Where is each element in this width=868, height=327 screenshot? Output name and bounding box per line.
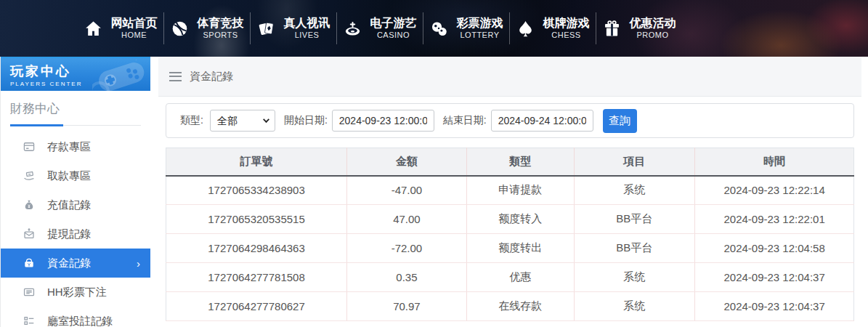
table-row: 1727065334238903-47.00申请提款系统2024-09-23 1… xyxy=(166,176,854,205)
menu-icon[interactable] xyxy=(169,72,182,81)
sidebar-item[interactable]: HH彩票下注 › xyxy=(1,278,150,307)
table-cell: 申请提款 xyxy=(466,176,574,205)
spade-icon xyxy=(516,19,535,39)
table-cell: 额度转入 xyxy=(466,205,574,234)
sidebar-title: 玩家中心 xyxy=(10,62,150,80)
content: 類型: 全部 開始日期: 結束日期: 查詢 xyxy=(158,97,861,321)
table-cell: -72.00 xyxy=(347,234,467,263)
table-row: 172706532053551547.00额度转入BB平台2024-09-23 … xyxy=(166,205,854,234)
nav-item-casino[interactable]: 电子游艺 CASINO xyxy=(336,9,423,47)
sidebar-item[interactable]: 資金記錄 › xyxy=(1,249,150,278)
table-cell: -47.00 xyxy=(347,176,467,205)
table-cell: 在线存款 xyxy=(466,292,574,321)
type-label: 類型: xyxy=(180,114,203,127)
table-cell: 系统 xyxy=(574,263,695,292)
table-cell: 70.97 xyxy=(347,292,467,321)
table-cell: 优惠 xyxy=(466,263,574,292)
roulette-icon xyxy=(343,19,362,39)
sidebar-menu: 存款專區 › 取款專區 › 充值記錄 › 提現記錄 › 資金記錄 › HH彩票下… xyxy=(1,132,150,327)
cashout-record-icon xyxy=(23,227,36,241)
sidebar-item[interactable]: 存款專區 › xyxy=(1,132,150,161)
table-header-cell: 類型 xyxy=(466,148,574,176)
table-cell: 额度转出 xyxy=(466,234,574,263)
sidebar-item[interactable]: 取款專區 › xyxy=(1,161,150,190)
breadcrumb: 資金記錄 xyxy=(158,57,861,97)
nav-items: 网站首页 HOME 体育竞技 SPORTS 真人视讯 LIVES 电子游艺 CA… xyxy=(0,0,868,57)
home-icon xyxy=(84,19,103,39)
table-header-cell: 時間 xyxy=(695,148,854,176)
table-cell: 47.00 xyxy=(347,205,467,234)
table-cell: 2024-09-23 12:04:37 xyxy=(695,263,854,292)
table-header-cell: 訂單號 xyxy=(166,148,347,176)
nav-item-lives[interactable]: 真人视讯 LIVES xyxy=(250,9,336,47)
players-center-header: 玩家中心 PLAYERS CENTER xyxy=(1,57,150,91)
table-cell: 1727065334238903 xyxy=(166,176,347,205)
nav-item-home[interactable]: 网站首页 HOME xyxy=(77,9,163,47)
table-row: 17270642777815080.35优惠系统2024-09-23 12:04… xyxy=(166,263,854,292)
table-cell: 1727065320535515 xyxy=(166,205,347,234)
room-bet-record-icon xyxy=(23,315,36,327)
sidebar-item[interactable]: 廳室投註記錄 › xyxy=(1,307,150,327)
finance-center-section-title: 財務中心 xyxy=(10,100,141,126)
body-row: 玩家中心 PLAYERS CENTER 財務中心 存款專區 › 取款專區 › 充… xyxy=(0,57,868,327)
table-cell: 1727064277781508 xyxy=(166,263,347,292)
nav-item-promo[interactable]: 优惠活动 PROMO xyxy=(596,9,682,47)
sidebar-item[interactable]: 充值記錄 › xyxy=(1,190,150,219)
playing-cards-icon xyxy=(256,19,276,39)
table-row: 1727064298464363-72.00额度转出BB平台2024-09-23… xyxy=(166,234,854,263)
sidebar-subtitle: PLAYERS CENTER xyxy=(10,81,150,87)
nav-item-sports[interactable]: 体育竞技 SPORTS xyxy=(163,9,250,47)
deposit-icon xyxy=(23,140,36,153)
table-cell: 系统 xyxy=(574,292,695,321)
app: 网站首页 HOME 体育竞技 SPORTS 真人视讯 LIVES 电子游艺 CA… xyxy=(0,0,868,327)
table-cell: BB平台 xyxy=(574,205,695,234)
start-date-input[interactable] xyxy=(332,110,434,132)
start-date-label: 開始日期: xyxy=(284,114,328,127)
end-date-input[interactable] xyxy=(491,110,593,132)
table-cell: 2024-09-23 12:22:01 xyxy=(695,205,854,234)
end-date-label: 結束日期: xyxy=(443,114,487,127)
table-row: 172706427778062770.97在线存款系统2024-09-23 12… xyxy=(166,292,854,321)
lottery-bet-icon xyxy=(23,286,36,299)
sports-ball-icon xyxy=(170,19,190,39)
funds-record-icon xyxy=(23,257,36,270)
top-nav: 网站首页 HOME 体育竞技 SPORTS 真人视讯 LIVES 电子游艺 CA… xyxy=(0,0,868,57)
main: 資金記錄 類型: 全部 開始日期: 結束日期: 查詢 xyxy=(158,57,861,327)
chevron-right-icon: › xyxy=(137,258,140,269)
gift-icon xyxy=(602,19,622,39)
filter-bar: 類型: 全部 開始日期: 結束日期: 查詢 xyxy=(166,103,854,138)
table-cell: 1727064277780627 xyxy=(166,292,347,321)
lottery-balls-icon xyxy=(429,19,449,39)
funds-table-wrap: 訂單號金額類型項目時間 1727065334238903-47.00申请提款系统… xyxy=(166,148,854,321)
recharge-record-icon xyxy=(23,198,36,211)
type-select[interactable]: 全部 xyxy=(210,110,275,132)
table-cell: 2024-09-23 12:04:37 xyxy=(695,292,854,321)
sidebar-item[interactable]: 提現記錄 › xyxy=(1,219,150,249)
withdraw-icon xyxy=(23,169,36,182)
funds-table: 訂單號金額類型項目時間 1727065334238903-47.00申请提款系统… xyxy=(166,148,854,321)
table-cell: BB平台 xyxy=(574,234,695,263)
type-select-wrap: 全部 xyxy=(210,110,275,132)
table-cell: 0.35 xyxy=(347,263,467,292)
sidebar: 玩家中心 PLAYERS CENTER 財務中心 存款專區 › 取款專區 › 充… xyxy=(0,57,150,327)
table-header-cell: 金額 xyxy=(347,148,467,176)
table-header-row: 訂單號金額類型項目時間 xyxy=(166,148,854,176)
page-title: 資金記錄 xyxy=(190,70,233,84)
nav-item-lottery[interactable]: 彩票游戏 LOTTERY xyxy=(423,9,509,47)
table-cell: 系统 xyxy=(574,176,695,205)
nav-item-chess[interactable]: 棋牌游戏 CHESS xyxy=(509,9,596,47)
table-cell: 2024-09-23 12:04:58 xyxy=(695,234,854,263)
search-button[interactable]: 查詢 xyxy=(603,109,637,133)
table-cell: 2024-09-23 12:22:14 xyxy=(695,176,854,205)
table-cell: 1727064298464363 xyxy=(166,234,347,263)
table-header-cell: 項目 xyxy=(574,148,695,176)
